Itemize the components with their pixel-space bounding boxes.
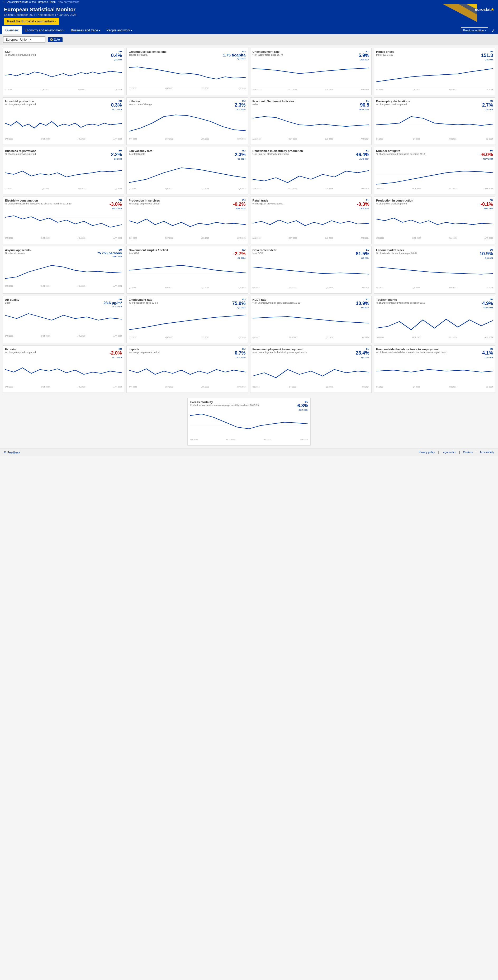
imports-x-axis: JAN 2022OCT 2022JUL 2023APR 2024 [129, 386, 246, 388]
privacy-policy-link[interactable]: Privacy policy [418, 451, 435, 454]
greenhouse-chart [129, 61, 246, 88]
retail-title: Retail trade [252, 199, 357, 202]
commentary-button[interactable]: Read the Eurostat commentary › [4, 18, 59, 25]
houseprices-chart [376, 62, 493, 88]
job-vacancy-x-axis: Q1 2022Q4 2022Q3 2023Q2 2024 [129, 188, 246, 189]
exports-x-axis: JAN 2022OCT 2022JUL 2023APR 2024 [5, 386, 122, 388]
nav-business[interactable]: Business and trade ▾ [68, 26, 104, 34]
nav-overview[interactable]: Overview [2, 26, 22, 34]
commentary-arrow: › [55, 19, 56, 23]
job-vacancy-subtitle: % of total posts [129, 153, 235, 155]
neet-chart [252, 310, 369, 336]
air-quality-value: 23.6 μg/m³ [104, 301, 122, 305]
asylum-card: Asylum applicants Number of persons EU 7… [3, 246, 124, 294]
share-button[interactable]: ⤢ [490, 27, 496, 34]
nav-people[interactable]: People and work ▾ [104, 26, 136, 34]
job-vacancy-date: Q2 2024 [235, 158, 246, 160]
prev-edition-label: Previous edition [463, 29, 484, 32]
gov-debt-date: Q2 2024 [356, 257, 369, 259]
legal-notice-link[interactable]: Legal notice [442, 451, 456, 454]
cookies-link[interactable]: Cookies [463, 451, 472, 454]
filter-bar: European Union ▼ EU★ [0, 34, 498, 45]
country-label: European Union [6, 38, 29, 41]
air-quality-card: Air quality μg/m³ EU 23.6 μg/m³ NOV 2024… [3, 296, 124, 343]
imports-subtitle: % change on previous period [129, 351, 235, 354]
charts-grid: GDP % change on previous period EU 0.4% … [0, 45, 498, 395]
imports-chart [129, 360, 246, 386]
renewables-card: Renewables in electricity production % o… [250, 147, 372, 194]
business-reg-chart [5, 161, 122, 188]
electricity-title: Electricity consumption [5, 199, 110, 202]
flights-date: NOV 2024 [480, 158, 493, 160]
country-select[interactable]: European Union ▼ [3, 37, 45, 43]
prod-construction-subtitle: % change on previous period [376, 202, 480, 205]
feedback-link[interactable]: ✉ Feedback [4, 450, 20, 454]
gov-surplus-chart [129, 260, 246, 287]
labour-slack-value: 10.9% [479, 251, 493, 257]
asylum-chart [5, 259, 122, 285]
labour-slack-chart [376, 260, 493, 287]
bankruptcy-date: Q3 2024 [482, 108, 493, 111]
greenhouse-card: Greenhouse gas emissions Tonnes per capi… [126, 48, 248, 95]
prev-edition-button[interactable]: Previous edition › [461, 27, 488, 33]
accessibility-link[interactable]: Accessibility [480, 451, 494, 454]
air-quality-title: Air quality [5, 298, 104, 301]
outside-labour-subtitle: % of those outside the labour force in t… [376, 351, 482, 354]
unemp-to-emp-date: Q3 2024 [356, 356, 369, 358]
page-title: European Statistical Monitor [4, 6, 494, 13]
sentiment-x-axis: JAN 2022OCT 2022JUL 2023APR 2024 [252, 138, 369, 140]
gdp-x-axis: Q1 2022Q4 2022Q3 2023Q2 2024 [5, 88, 122, 90]
gdp-chart [5, 62, 122, 88]
top-bar: 🇪🇺 An official website of the European U… [0, 0, 498, 4]
neet-value: 10.9% [356, 301, 369, 307]
imports-date: OCT 2024 [235, 356, 246, 358]
nav-items: Overview Economy and environment ▾ Busin… [2, 26, 136, 34]
renewables-date: AUG 2024 [356, 158, 369, 160]
unemployment-chart [252, 62, 369, 88]
share-icon: ⤢ [492, 28, 495, 33]
how-do-you-know-link[interactable]: How do you know? [58, 0, 80, 3]
retail-chart [252, 211, 369, 237]
exports-chart [5, 360, 122, 386]
excess-mortality-value: 6.3% [297, 403, 308, 409]
electricity-date: AUG 2024 [110, 207, 122, 210]
imports-card: Imports % change on previous period EU 0… [126, 345, 248, 393]
greenhouse-title: Greenhouse gas emissions [129, 50, 223, 53]
houseprices-subtitle: Index 2015=100 [376, 54, 481, 56]
outside-labour-card: From outside the labour force to employm… [374, 345, 495, 393]
indicator-badge[interactable]: EU★ [48, 37, 62, 42]
eu-dot [50, 38, 53, 41]
edition-label: Edition: December 2024 | Next update: 17… [4, 13, 494, 16]
unemp-to-emp-title: From unemployment to employment [252, 348, 356, 351]
prod-services-subtitle: % change on previous period [129, 202, 233, 205]
renewables-chart [252, 161, 369, 188]
nav-bar: Overview Economy and environment ▾ Busin… [0, 26, 498, 34]
prod-construction-x-axis: JAN 2022OCT 2022JUL 2023APR 2024 [376, 237, 493, 239]
houseprices-date: Q2 2024 [481, 59, 493, 61]
job-vacancy-chart [129, 161, 246, 188]
greenhouse-x-axis: Q1 2022Q4 2022Q3 2023Q2 2024 [129, 88, 246, 89]
houseprices-value: 151.3 [481, 53, 493, 59]
unemp-to-emp-x-axis: Q1 2022Q4 2022Q3 2023Q2 2024 [252, 386, 369, 388]
electricity-subtitle: % change compared to lowest value of sam… [5, 202, 110, 205]
unemp-to-emp-subtitle: % of unemployment in the initial quarter… [252, 351, 356, 354]
page-footer: ✉ Feedback Privacy policy | Legal notice… [0, 448, 498, 456]
gov-surplus-date: Q2 2024 [233, 257, 246, 259]
sentiment-subtitle: Index [252, 103, 359, 106]
sentiment-title: Economic Sentiment Indicator [252, 100, 359, 103]
asylum-value: 75 755 persons [97, 251, 122, 255]
retail-card: Retail trade % change on previous period… [250, 197, 372, 244]
bankruptcy-subtitle: % change on previous period [376, 103, 482, 106]
nav-economy[interactable]: Economy and environment ▾ [22, 26, 68, 34]
houseprices-card: House prices Index 2015=100 EU 151.3 Q2 … [374, 48, 495, 95]
electricity-card: Electricity consumption % change compare… [3, 197, 124, 244]
gov-debt-chart [252, 260, 369, 287]
exports-date: OCT 2024 [110, 356, 122, 358]
business-reg-date: Q3 2024 [111, 158, 122, 160]
outside-labour-title: From outside the labour force to employm… [376, 348, 482, 351]
prod-services-x-axis: JAN 2022OCT 2022JUL 2023APR 2024 [129, 237, 246, 239]
inflation-card: Inflation Annual rate of change EU 2.3% … [126, 97, 248, 145]
employment-card: Employment rate % of population aged 20-… [126, 296, 248, 343]
labour-slack-subtitle: % of extended labour force aged 20-64 [376, 252, 479, 255]
industrial-x-axis: JAN 2022OCT 2022JUL 2023APR 2024 [5, 138, 122, 140]
